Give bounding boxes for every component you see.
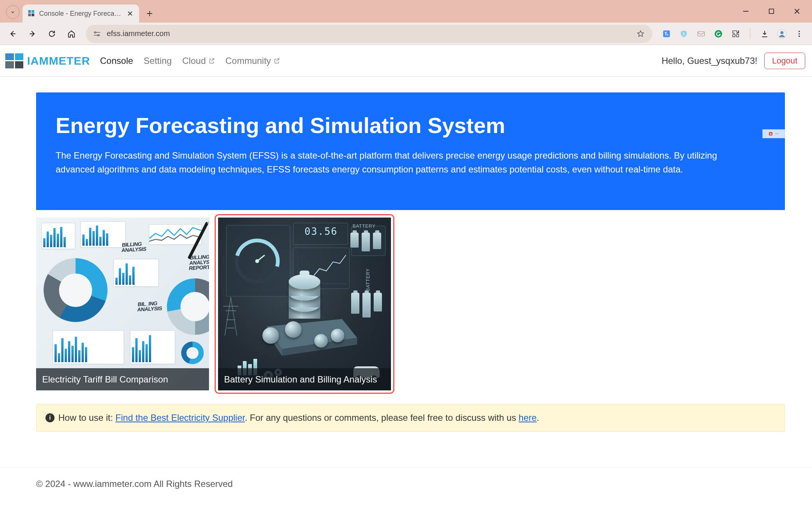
- info-link-here[interactable]: here: [519, 413, 537, 423]
- svg-rect-8: [698, 32, 704, 36]
- nav-console[interactable]: Console: [100, 56, 133, 66]
- extensions-menu-button[interactable]: [730, 29, 741, 39]
- svg-point-21: [255, 259, 259, 263]
- external-link-icon: [208, 57, 215, 64]
- site-header: IAMMETER Console Setting Cloud Community…: [0, 45, 812, 77]
- nav-forward-button[interactable]: [24, 26, 41, 42]
- minimize-icon: [742, 8, 749, 15]
- extension-translate-icon[interactable]: [661, 29, 672, 39]
- chevron-down-icon: [10, 9, 16, 15]
- tab-search-dropdown[interactable]: [6, 5, 20, 19]
- extension-mail-icon[interactable]: [696, 29, 706, 39]
- star-icon: [636, 30, 645, 38]
- site-footer: © 2024 - www.iammeter.com All Rights Res…: [0, 467, 812, 504]
- toolbar-divider: [750, 29, 750, 39]
- hero-body: The Energy Forecasting and Simulation Sy…: [56, 148, 737, 176]
- card-tariff-comparison[interactable]: BILLING ANALYSIS BILLING ANALYSIS REPORT…: [36, 218, 209, 390]
- svg-point-14: [798, 35, 800, 37]
- card-title: Battery Simulation and Billing Analysis: [218, 368, 391, 390]
- info-link-supplier[interactable]: Find the Best Electricity Supplier: [115, 413, 245, 423]
- hero-title: Energy Forecasting and Simulation System: [56, 113, 765, 138]
- brand-text: IAMMETER: [27, 54, 90, 67]
- svg-point-9: [715, 30, 722, 38]
- url-text: efss.iammeter.com: [107, 29, 630, 38]
- nav-cloud[interactable]: Cloud: [182, 56, 215, 66]
- new-tab-button[interactable]: [143, 7, 156, 20]
- svg-point-19: [778, 133, 779, 134]
- profile-button[interactable]: [777, 29, 787, 39]
- kebab-icon: [795, 30, 803, 38]
- brand-logo-icon: [5, 53, 23, 68]
- svg-rect-7: [663, 30, 670, 37]
- arrow-left-icon: [8, 29, 17, 38]
- close-icon: [794, 8, 800, 15]
- card-illustration: 03.56 BATTERY BATTERY: [218, 218, 391, 390]
- feature-cards: BILLING ANALYSIS BILLING ANALYSIS REPORT…: [36, 218, 785, 390]
- window-maximize-button[interactable]: [766, 6, 777, 17]
- browser-tab-active[interactable]: Console - Energy Forecasting: [23, 5, 139, 23]
- window-controls: [741, 0, 810, 23]
- plus-icon: [146, 10, 153, 17]
- window-minimize-button[interactable]: [741, 6, 751, 17]
- home-icon: [67, 29, 76, 38]
- card-title: Electricity Tariff Bill Comparison: [36, 368, 209, 390]
- svg-point-11: [780, 31, 783, 34]
- svg-rect-3: [32, 14, 34, 16]
- svg-rect-0: [28, 10, 31, 13]
- chrome-menu-button[interactable]: [794, 29, 804, 39]
- puzzle-icon: [731, 29, 740, 38]
- floating-badge[interactable]: S: [762, 129, 785, 138]
- maximize-icon: [768, 8, 774, 14]
- svg-point-5: [95, 32, 96, 33]
- page-scroll-area[interactable]: IAMMETER Console Setting Cloud Community…: [0, 45, 812, 514]
- badge-dots-icon: [775, 132, 779, 136]
- bookmark-button[interactable]: [636, 29, 645, 39]
- reload-icon: [47, 29, 56, 38]
- nav-community-label: Community: [226, 56, 271, 66]
- page-viewport: IAMMETER Console Setting Cloud Community…: [0, 45, 812, 514]
- external-link-icon: [273, 57, 280, 64]
- tab-close-button[interactable]: [126, 10, 134, 17]
- svg-rect-2: [28, 14, 31, 16]
- header-right: Hello, Guest_ysqxub73! Logout: [662, 53, 805, 69]
- tune-icon: [93, 30, 101, 38]
- nav-community[interactable]: Community: [226, 56, 280, 66]
- card-illustration: BILLING ANALYSIS BILLING ANALYSIS REPORT…: [36, 218, 209, 390]
- extension-grammarly-icon[interactable]: [713, 29, 724, 39]
- svg-point-18: [777, 133, 777, 134]
- svg-point-17: [776, 133, 776, 134]
- user-greeting: Hello, Guest_ysqxub73!: [662, 56, 757, 66]
- hero-banner: Energy Forecasting and Simulation System…: [36, 92, 785, 210]
- extension-shield-icon[interactable]: [679, 29, 689, 39]
- window-close-button[interactable]: [792, 6, 802, 17]
- svg-rect-1: [32, 10, 34, 13]
- downloads-button[interactable]: [759, 29, 770, 39]
- main-nav: Console Setting Cloud Community: [100, 56, 280, 66]
- logout-button[interactable]: Logout: [764, 53, 805, 69]
- arrow-right-icon: [28, 29, 37, 38]
- info-icon: i: [45, 413, 55, 422]
- address-bar[interactable]: efss.iammeter.com: [86, 25, 652, 43]
- nav-home-button[interactable]: [63, 26, 80, 42]
- brand[interactable]: IAMMETER: [5, 53, 90, 68]
- footer-copyright: © 2024 - www.iammeter.com All Rights Res…: [0, 479, 812, 489]
- profile-avatar-icon: [777, 29, 787, 39]
- browser-tab-strip: Console - Energy Forecasting: [0, 0, 812, 23]
- site-info-button[interactable]: [92, 29, 102, 38]
- svg-point-12: [798, 30, 800, 32]
- nav-reload-button[interactable]: [44, 26, 60, 42]
- browser-toolbar: efss.iammeter.com: [0, 23, 812, 45]
- info-text: How to use it: Find the Best Electricity…: [58, 413, 539, 423]
- nav-cloud-label: Cloud: [182, 56, 206, 66]
- svg-point-13: [798, 33, 800, 35]
- nav-back-button[interactable]: [5, 26, 21, 42]
- tab-favicon-icon: [28, 10, 35, 17]
- svg-rect-4: [769, 9, 774, 14]
- toolbar-extensions: [658, 29, 807, 39]
- main-content: Energy Forecasting and Simulation System…: [0, 92, 812, 447]
- close-icon: [127, 11, 133, 16]
- card-battery-simulation[interactable]: 03.56 BATTERY BATTERY: [218, 218, 391, 390]
- download-icon: [760, 29, 769, 38]
- svg-point-6: [98, 34, 99, 36]
- nav-setting[interactable]: Setting: [144, 56, 172, 66]
